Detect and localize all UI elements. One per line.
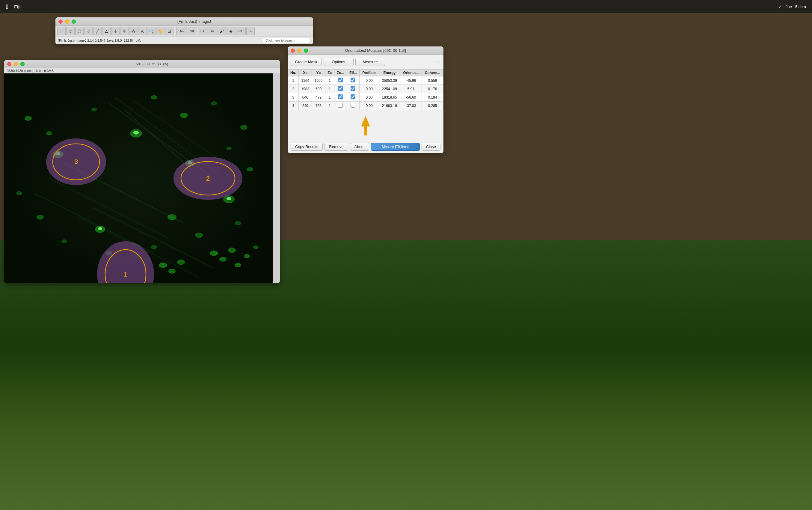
col-header-orientation: Orienta...: [400, 69, 422, 77]
roi-manager-tool[interactable]: ⊡: [165, 27, 173, 35]
table-row: 2198360010.0022541.095.910.176: [288, 85, 443, 93]
point-tool[interactable]: ✛: [111, 27, 120, 35]
col-header-zc: Zc: [325, 69, 334, 77]
pencil-tool[interactable]: ✏: [208, 27, 217, 35]
cell-yc: 756: [312, 102, 325, 110]
hand-tool[interactable]: ✋: [156, 27, 165, 35]
svg-point-21: [61, 239, 67, 243]
imagej-toolbar: ▭ ⬭ ⬡ ♡ ╱ ∠ ✛ ⁜ ⁂ A 🔍 ✋ ⊡ Dev Stk LUT ✏ …: [55, 26, 313, 37]
col-header-yc: Yc: [312, 69, 325, 77]
image-maximize-button[interactable]: [20, 62, 25, 66]
multipoint-tool[interactable]: ⁜: [120, 27, 128, 35]
options-button[interactable]: Options: [324, 58, 354, 66]
magnifier-tool[interactable]: 🔍: [147, 27, 155, 35]
svg-point-38: [159, 262, 167, 268]
cell-xc: 1164: [299, 77, 312, 85]
angle-tool[interactable]: ∠: [102, 27, 111, 35]
cell-coherence: 0.559: [422, 77, 443, 85]
oj-close-traffic[interactable]: [291, 49, 295, 53]
svg-point-34: [219, 257, 227, 262]
orientationj-title: OrientationJ Measure [69C-30-1.tif]: [311, 48, 440, 53]
orientationj-titlebar: OrientationJ Measure [69C-30-1.tif]: [288, 47, 443, 55]
minimize-button[interactable]: [65, 20, 69, 24]
imagej-status-text: (Fiji Is Just) ImageJ 2.14.0/1.54f; Java…: [58, 39, 141, 42]
freehand-tool[interactable]: ♡: [84, 27, 93, 35]
svg-point-12: [91, 108, 97, 111]
measure-button[interactable]: Measure: [355, 58, 385, 66]
cell-energy: 18318.65: [379, 93, 400, 102]
svg-point-14: [180, 113, 188, 118]
svg-point-39: [168, 269, 176, 274]
close-button-bottom[interactable]: Close: [422, 143, 440, 151]
cell-prefilter: 0.00: [359, 102, 379, 110]
about-button[interactable]: About: [350, 143, 369, 151]
apple-menu[interactable]: : [6, 3, 8, 10]
cell-prefilter: 0.00: [359, 77, 379, 85]
oval-tool[interactable]: ⬭: [66, 27, 75, 35]
brush-tool[interactable]: 🖌: [218, 27, 226, 35]
down-arrow-indicator: [288, 110, 443, 140]
image-minimize-button[interactable]: [14, 62, 18, 66]
cell-zo-check[interactable]: [334, 93, 347, 102]
remove-button[interactable]: Remove: [324, 143, 348, 151]
orientationj-window: OrientationJ Measure [69C-30-1.tif] Crea…: [288, 47, 443, 153]
col-header-prefilter: Prefilter: [359, 69, 379, 77]
cell-ell-check[interactable]: [347, 77, 359, 85]
time-display: Jue 15 de a: [786, 4, 806, 9]
orientationj-bottom-buttons: Copy Results Remove About Mesure [79.0ms…: [288, 140, 443, 153]
imagej-search-input[interactable]: [263, 38, 311, 43]
toolbar-separator: [175, 28, 175, 34]
maximize-button[interactable]: [71, 20, 76, 24]
svg-point-32: [168, 214, 176, 220]
svg-point-45: [98, 227, 102, 230]
cell-xc: 1983: [299, 85, 312, 93]
svg-point-42: [133, 131, 139, 135]
svg-text:2: 2: [206, 175, 210, 182]
snt-tool[interactable]: SNT: [235, 27, 246, 35]
cell-zo-check[interactable]: [334, 102, 347, 110]
table-row: 364647210.0018318.65-56.600.184: [288, 93, 443, 102]
lut-tool[interactable]: LUT: [198, 27, 208, 35]
image-titlebar: 69C-30-1.tif (33.3%): [4, 60, 280, 68]
right-arrow-indicator: →: [433, 57, 440, 66]
cell-yc: 600: [312, 85, 325, 93]
polygon-tool[interactable]: ⬡: [75, 27, 84, 35]
col-header-no: No.: [288, 69, 299, 77]
flood-fill-tool[interactable]: ◈: [227, 27, 235, 35]
cell-ell-check[interactable]: [347, 93, 359, 102]
cell-coherence: 0.285: [422, 102, 443, 110]
svg-point-13: [151, 95, 157, 100]
dev-tool[interactable]: Dev: [176, 27, 187, 35]
image-close-button[interactable]: [7, 62, 11, 66]
cell-zo-check[interactable]: [334, 77, 347, 85]
svg-text:3: 3: [74, 158, 78, 165]
svg-point-25: [235, 221, 241, 225]
more-tool[interactable]: »: [246, 27, 255, 35]
app-name[interactable]: Fiji: [14, 4, 21, 9]
copy-results-button[interactable]: Copy Results: [291, 143, 323, 151]
line-tool[interactable]: ╱: [93, 27, 102, 35]
menubar:  Fiji ⌕ Jue 15 de a: [0, 0, 812, 13]
cell-no: 4: [288, 102, 299, 110]
cell-xc: 249: [299, 102, 312, 110]
image-canvas[interactable]: 3 2 1: [4, 74, 273, 283]
cell-zo-check[interactable]: [334, 85, 347, 93]
svg-point-44: [227, 197, 231, 200]
oj-maximize-traffic[interactable]: [304, 49, 308, 53]
oj-minimize-traffic[interactable]: [297, 49, 301, 53]
wand-tool[interactable]: ⁂: [129, 27, 138, 35]
cell-ell-check[interactable]: [347, 85, 359, 93]
cell-ell-check[interactable]: [347, 102, 359, 110]
rectangle-tool[interactable]: ▭: [57, 27, 66, 35]
image-window-title: 69C-30-1.tif (33.3%): [27, 62, 277, 66]
close-button[interactable]: [58, 20, 63, 24]
cell-orientation: 5.91: [400, 85, 422, 93]
text-tool[interactable]: A: [138, 27, 147, 35]
imagej-titlebar: (Fiji Is Just) ImageJ: [55, 18, 313, 26]
stk-tool[interactable]: Stk: [187, 27, 197, 35]
spotlight-icon[interactable]: ⌕: [779, 4, 781, 9]
svg-point-23: [151, 245, 157, 249]
svg-point-17: [226, 146, 232, 150]
create-mask-button[interactable]: Create Mask: [291, 58, 322, 66]
col-header-coherence: Cohere...: [422, 69, 443, 77]
